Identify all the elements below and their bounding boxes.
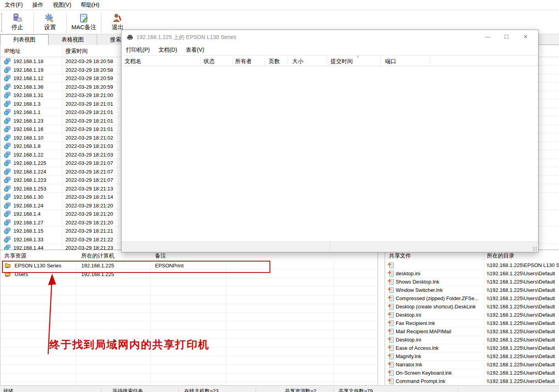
file-directory: \\192.168.1.225\Users\Default (487, 370, 555, 376)
file-row[interactable]: Window Switcher.lnk \\192.168.1.225\User… (385, 286, 559, 295)
column-header-owner[interactable]: 所有者 (235, 58, 252, 65)
exit-button[interactable]: 退出 (103, 13, 132, 32)
computer-icon (4, 134, 11, 141)
shared-file-icon (388, 345, 394, 351)
column-header-file[interactable]: 共享文件 (389, 252, 411, 259)
menu-file[interactable]: 文件(F) (0, 0, 28, 10)
column-header-port[interactable]: 端口 (385, 58, 396, 65)
computer-icon (4, 211, 11, 217)
toolbar-separator (66, 12, 67, 33)
minimize-button[interactable]: — (478, 31, 497, 43)
maximize-button[interactable]: ☐ (497, 31, 516, 43)
host-ip: 192.168.1.31 (13, 92, 43, 98)
file-row[interactable]: Magnify.lnk \\192.168.1.225\Users\Defaul… (385, 353, 559, 361)
share-row[interactable]: Users 192.168.1.225 (0, 270, 378, 278)
host-ip: 192.168.1.225 (13, 160, 46, 166)
file-directory: \\192.168.1.225\Users\Default (487, 353, 555, 359)
column-header-status[interactable]: 状态 (204, 58, 215, 65)
column-header-time[interactable]: 搜索时间 (65, 48, 88, 55)
resize-grip[interactable] (533, 246, 537, 251)
close-button[interactable]: ✕ (516, 31, 535, 43)
file-row[interactable]: Fax Recipient.lnk \\192.168.1.225\Users\… (385, 319, 559, 328)
computer-icon (4, 151, 11, 158)
shared-file-icon (388, 279, 394, 285)
file-row[interactable]: Desktop.ini \\192.168.1.225\Users\Defaul… (385, 311, 559, 319)
host-ip: 192.168.1.253 (13, 186, 46, 192)
toolbar-separator (34, 12, 34, 33)
host-search-time: 2022-03-29 18:21:23 (65, 245, 113, 250)
share-row[interactable]: EPSON L130 Series 192.168.1.225 EPSONPri… (0, 261, 378, 270)
column-header-dir[interactable]: 所在的目录 (487, 252, 514, 259)
settings-icon (45, 13, 56, 24)
shares-grid: EPSON L130 Series 192.168.1.225 EPSONPri… (0, 261, 378, 386)
exit-icon (112, 13, 123, 24)
printer-queue-header: 文档名 状态 所有者 页数 大小 提交时间 端口 ˅ (122, 55, 538, 66)
shared-file-icon (388, 295, 394, 302)
column-header-docname[interactable]: 文档名 (125, 58, 141, 65)
computer-icon (4, 202, 11, 209)
file-row[interactable]: Mail Recipient.MAPIMail \\192.168.1.225\… (385, 328, 559, 336)
shared-file-icon (388, 304, 394, 310)
file-row[interactable]: Narrator.lnk \\192.168.1.225\Users\Defau… (385, 361, 559, 369)
menu-view[interactable]: 查看(V) (181, 45, 209, 55)
host-search-time: 2022-03-29 18:20:59 (65, 84, 113, 90)
host-search-time: 2022-03-29 18:21:21 (65, 228, 113, 234)
column-header-computer[interactable]: 所在的计算机 (81, 252, 114, 259)
computer-icon (4, 194, 11, 200)
file-name: Magnify.lnk (396, 353, 421, 359)
column-header-pages[interactable]: 页数 (269, 58, 280, 65)
host-ip: 192.168.1.223 (13, 177, 46, 183)
host-ip: 192.168.1.8 (13, 143, 41, 149)
mac-note-button[interactable]: MAC备注 (68, 13, 99, 32)
settings-button[interactable]: 设置 (36, 13, 65, 32)
annotation-text: 终于找到局域网内的共享打印机 (49, 338, 209, 352)
host-ip: 192.168.1.24 (13, 203, 43, 209)
file-row[interactable]: Compressed (zipped) Folder.ZFSe... \\192… (385, 295, 559, 303)
status-search-task: 等待搜索任务 (112, 388, 143, 392)
column-header-submitted[interactable]: 提交时间 (331, 58, 353, 65)
stop-button[interactable]: 停止 (3, 13, 32, 32)
shared-file-icon (388, 312, 394, 318)
printer-queue-body (122, 66, 538, 241)
column-header-ip[interactable]: IP地址 (4, 48, 21, 55)
mac-note-icon (79, 13, 90, 24)
menu-printer[interactable]: 打印机(P) (122, 45, 154, 55)
column-header-note[interactable]: 备注 (155, 252, 166, 259)
shared-resource-icon (4, 271, 11, 277)
status-ready: 就绪 (3, 388, 13, 392)
menu-document[interactable]: 文档(D) (154, 45, 181, 55)
printer-window-titlebar[interactable]: 192.168.1.225 上的 EPSON L130 Series — ☐ ✕ (122, 30, 538, 45)
mac-note-button-label: MAC备注 (71, 24, 96, 31)
tab-table-view[interactable]: 表格视图 (49, 34, 97, 45)
menu-view[interactable]: 视图(V) (48, 0, 76, 10)
stop-icon (12, 13, 23, 24)
file-directory: \\192.168.1.225\Users\Default (487, 295, 555, 301)
shared-file-icon (388, 262, 394, 269)
file-row[interactable]: desktop.ini \\192.168.1.225\Users\Defaul… (385, 270, 559, 278)
file-row[interactable]: Desktop.ini \\192.168.1.225\Users\Defaul… (385, 336, 559, 344)
computer-icon (4, 185, 11, 192)
menu-help[interactable]: 帮助(H) (76, 0, 104, 10)
computer-icon (4, 160, 11, 166)
host-ip: 192.168.1.12 (13, 75, 43, 81)
tab-list-view[interactable]: 列表视图 (0, 34, 49, 45)
file-row[interactable]: On-Screen Keyboard.lnk \\192.168.1.225\U… (385, 369, 559, 377)
shared-file-icon (388, 370, 394, 376)
file-row[interactable]: Ease of Access.lnk \\192.168.1.225\Users… (385, 344, 559, 353)
host-search-time: 2022-03-29 18:21:00 (65, 92, 113, 98)
host-search-time: 2022-03-29 18:21:07 (65, 169, 113, 175)
column-header-share[interactable]: 共享资源 (4, 252, 26, 259)
computer-icon (4, 126, 11, 133)
file-row[interactable]: Shows Desktop.lnk \\192.168.1.225\Users\… (385, 278, 559, 286)
file-row[interactable]: Command Prompt.lnk \\192.168.1.225\Users… (385, 377, 559, 386)
host-search-time: 2022-03-29 18:21:03 (65, 152, 113, 158)
file-name: Desktop.ini (396, 312, 421, 318)
file-row[interactable]: \\192.168.1.225\EPSON L130 S (385, 261, 559, 270)
host-ip: 192.168.1.33 (13, 237, 43, 243)
menu-action[interactable]: 操作 (28, 0, 48, 10)
shared-file-icon (388, 378, 394, 385)
host-search-time: 2022-03-29 18:21:02 (65, 135, 113, 141)
file-row[interactable]: Desktop (create shortcut).DeskLink \\192… (385, 303, 559, 311)
file-name: Desktop (create shortcut).DeskLink (396, 304, 476, 310)
column-header-size[interactable]: 大小 (292, 58, 303, 65)
